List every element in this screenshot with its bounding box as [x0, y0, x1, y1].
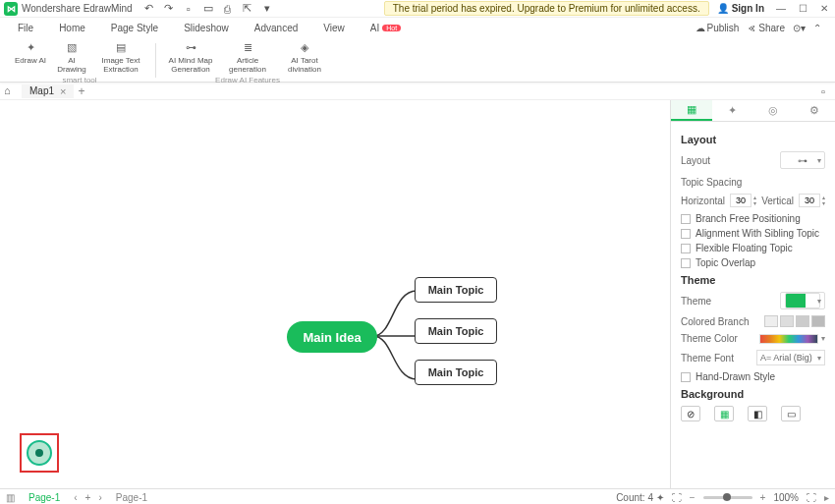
ribbon-group-smart-tool: smart tool: [62, 76, 96, 84]
fullscreen-icon[interactable]: ⛶: [807, 492, 816, 503]
zoom-slider[interactable]: [703, 496, 752, 499]
palette-2[interactable]: [780, 315, 794, 327]
zoom-out-icon[interactable]: −: [690, 492, 696, 503]
menu-view[interactable]: View: [319, 21, 349, 35]
open-icon[interactable]: ▭: [201, 2, 215, 16]
theme-color-picker[interactable]: [759, 334, 818, 344]
vertical-label: Vertical: [761, 196, 794, 206]
minimize-button[interactable]: —: [774, 2, 788, 16]
layout-select[interactable]: ⊶: [780, 151, 825, 169]
layout-label: Layout: [681, 155, 710, 166]
chk-hand-drawn[interactable]: [681, 372, 691, 382]
ribbon-group-ai-features: Edraw AI Features: [215, 76, 280, 84]
publish-button[interactable]: ☁Publish: [696, 23, 740, 33]
trial-banner[interactable]: The trial period has expired. Upgrade to…: [384, 1, 709, 16]
panel-tab-outline[interactable]: ◎: [753, 100, 795, 121]
canvas[interactable]: Main Idea Main Topic Main Topic Main Top…: [0, 100, 670, 488]
bg-none[interactable]: ⊘: [681, 406, 700, 421]
print-icon[interactable]: ⎙: [221, 2, 235, 16]
topic-spacing-label: Topic Spacing: [681, 177, 825, 188]
zoom-in-icon[interactable]: +: [760, 492, 766, 503]
close-button[interactable]: ✕: [817, 2, 831, 16]
ai-mindmap-button[interactable]: ⊶ AI Mind Map Generation: [164, 39, 217, 75]
panel-tab-settings[interactable]: ⚙: [794, 100, 835, 121]
colored-branch-label: Colored Branch: [681, 316, 749, 327]
redo-icon[interactable]: ↷: [162, 2, 176, 16]
home-icon[interactable]: ⌂: [4, 84, 18, 98]
page-tab-2[interactable]: Page-1: [110, 492, 153, 503]
background-section-title: Background: [681, 388, 825, 400]
panel-tab-style[interactable]: ✦: [712, 100, 753, 121]
image-text-extraction-button[interactable]: ▤ Image Text Extraction: [94, 39, 147, 75]
maximize-button[interactable]: ☐: [796, 2, 809, 16]
outline-view-icon[interactable]: ▥: [6, 492, 15, 503]
tarot-icon: ◈: [297, 39, 312, 55]
next-page-icon[interactable]: ›: [98, 492, 101, 503]
bg-gradient[interactable]: ◧: [748, 406, 767, 421]
drawing-icon: ▧: [64, 39, 80, 55]
app-title: Wondershare EdrawMind: [22, 3, 133, 14]
ocr-icon: ▤: [113, 39, 129, 55]
theme-color-label: Theme Color: [681, 333, 738, 344]
menu-page-style[interactable]: Page Style: [107, 21, 162, 35]
close-tab-icon[interactable]: ×: [60, 85, 66, 97]
bg-color[interactable]: ▦: [714, 406, 734, 421]
ai-drawing-button[interactable]: ▧ AI Drawing: [53, 39, 90, 75]
palette-1[interactable]: [764, 315, 778, 327]
chk-flexible-floating[interactable]: [681, 244, 691, 253]
center-node[interactable]: Main Idea: [287, 321, 377, 353]
article-icon: ≣: [240, 39, 255, 55]
horizontal-label: Horizontal: [681, 196, 725, 206]
chk-branch-free[interactable]: [681, 214, 691, 224]
chk-alignment[interactable]: [681, 229, 691, 239]
mindmap-icon: ⊶: [183, 39, 198, 55]
theme-section-title: Theme: [681, 274, 825, 286]
theme-label: Theme: [681, 296, 711, 307]
ai-tarot-button[interactable]: ◈ AI Tarot divination: [278, 39, 331, 75]
topic-node-2[interactable]: Main Topic: [415, 318, 497, 344]
chk-overlap[interactable]: [681, 258, 691, 268]
menu-slideshow[interactable]: Slideshow: [180, 21, 233, 35]
menu-advanced[interactable]: Advanced: [250, 21, 302, 35]
doc-tab-map1[interactable]: Map1 ×: [22, 84, 74, 98]
ai-hot-badge: Hot: [382, 25, 401, 31]
vertical-spinner[interactable]: ▴▾: [799, 194, 825, 207]
save-icon[interactable]: ▫: [182, 2, 195, 16]
add-tab-button[interactable]: +: [78, 84, 84, 98]
bg-image[interactable]: ▭: [781, 406, 801, 421]
edraw-ai-button[interactable]: ✦ Edraw AI: [12, 39, 49, 75]
user-icon: 👤: [717, 3, 729, 14]
page-tab-1[interactable]: Page-1: [23, 492, 66, 503]
article-generation-button[interactable]: ≣ Article generation: [221, 39, 274, 75]
export-icon[interactable]: ⇱: [241, 2, 254, 16]
menu-home[interactable]: Home: [55, 21, 89, 35]
theme-font-select[interactable]: A= Arial (Big): [756, 350, 825, 365]
menu-ai[interactable]: AI Hot: [366, 21, 405, 35]
add-page-icon[interactable]: +: [85, 492, 91, 503]
count-label: Count: 4 ✦: [616, 492, 664, 503]
theme-font-label: Theme Font: [681, 353, 734, 364]
panel-tab-layout[interactable]: ▦: [671, 100, 712, 121]
fit-icon[interactable]: ⛶: [672, 492, 682, 503]
share-button[interactable]: ⪡Share: [747, 23, 785, 33]
horizontal-spinner[interactable]: ▴▾: [730, 194, 756, 207]
undo-icon[interactable]: ↶: [142, 2, 156, 16]
palette-4[interactable]: [811, 315, 825, 327]
app-logo-icon: ⋈: [4, 2, 18, 16]
ai-assistant-fab[interactable]: [20, 433, 59, 473]
more-icon[interactable]: ▾: [260, 2, 274, 16]
help-icon[interactable]: ⊙▾: [793, 23, 806, 33]
palette-3[interactable]: [796, 315, 809, 327]
layout-section-title: Layout: [681, 134, 825, 145]
topic-node-1[interactable]: Main Topic: [415, 277, 497, 303]
collapse-ribbon-icon[interactable]: ⌃: [813, 23, 821, 33]
zoom-value[interactable]: 100%: [773, 492, 799, 503]
panel-toggle-icon[interactable]: ▫: [821, 85, 831, 97]
theme-select[interactable]: [780, 292, 825, 309]
presentation-icon[interactable]: ▸: [824, 492, 829, 503]
topic-node-3[interactable]: Main Topic: [415, 360, 497, 385]
prev-page-icon[interactable]: ‹: [74, 492, 77, 503]
sparkle-icon: ✦: [23, 39, 38, 55]
menu-file[interactable]: File: [14, 21, 37, 35]
signin-button[interactable]: 👤 Sign In: [717, 3, 764, 14]
